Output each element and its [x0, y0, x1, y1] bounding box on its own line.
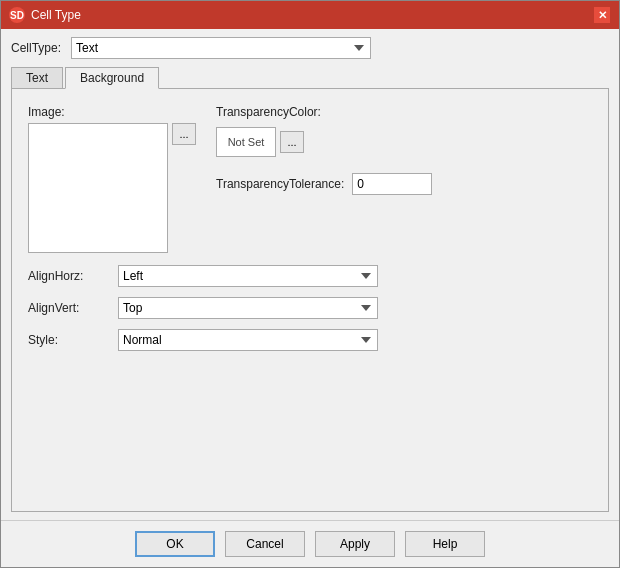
cell-type-select[interactable]: Text [71, 37, 371, 59]
color-preview: Not Set [216, 127, 276, 157]
apply-button[interactable]: Apply [315, 531, 395, 557]
cancel-button[interactable]: Cancel [225, 531, 305, 557]
transparency-section: TransparencyColor: Not Set ... Transpare… [216, 105, 432, 195]
close-button[interactable]: ✕ [593, 6, 611, 24]
ok-button[interactable]: OK [135, 531, 215, 557]
tab-bar: Text Background [11, 67, 609, 89]
align-horz-row: AlignHorz: Left Center Right [28, 265, 592, 287]
window-title: Cell Type [31, 8, 81, 22]
dialog-content: CellType: Text Text Background Image: [1, 29, 619, 520]
image-label: Image: [28, 105, 196, 119]
title-bar: SD Cell Type ✕ [1, 1, 619, 29]
cell-type-row: CellType: Text [11, 37, 609, 59]
align-vert-label: AlignVert: [28, 301, 108, 315]
trans-color-row: Not Set ... [216, 127, 432, 157]
transparency-tolerance-label: TransparencyTolerance: [216, 177, 344, 191]
cell-type-dialog: SD Cell Type ✕ CellType: Text Text Backg… [0, 0, 620, 568]
tab-background[interactable]: Background [65, 67, 159, 89]
transparency-tolerance-input[interactable] [352, 173, 432, 195]
image-preview [28, 123, 168, 253]
transparency-color-label: TransparencyColor: [216, 105, 432, 119]
align-style-section: AlignHorz: Left Center Right AlignVert: … [28, 265, 592, 351]
app-icon: SD [9, 7, 25, 23]
dialog-footer: OK Cancel Apply Help [1, 520, 619, 567]
align-vert-select[interactable]: Top Middle Bottom [118, 297, 378, 319]
background-panel: Image: ... TransparencyColor: Not Set [11, 89, 609, 512]
image-section: Image: ... [28, 105, 196, 253]
not-set-label: Not Set [228, 136, 265, 148]
trans-tolerance-row: TransparencyTolerance: [216, 173, 432, 195]
align-horz-select[interactable]: Left Center Right [118, 265, 378, 287]
tab-text[interactable]: Text [11, 67, 63, 88]
cell-type-label: CellType: [11, 41, 61, 55]
style-select[interactable]: Normal Stretch Tile Center [118, 329, 378, 351]
image-browse-button[interactable]: ... [172, 123, 196, 145]
style-row: Style: Normal Stretch Tile Center [28, 329, 592, 351]
align-horz-label: AlignHorz: [28, 269, 108, 283]
help-button[interactable]: Help [405, 531, 485, 557]
image-transparency-row: Image: ... TransparencyColor: Not Set [28, 105, 592, 253]
title-bar-left: SD Cell Type [9, 7, 101, 23]
image-row: ... [28, 123, 196, 253]
tabs-container: Text Background Image: ... [11, 67, 609, 512]
style-label: Style: [28, 333, 108, 347]
color-browse-button[interactable]: ... [280, 131, 304, 153]
align-vert-row: AlignVert: Top Middle Bottom [28, 297, 592, 319]
